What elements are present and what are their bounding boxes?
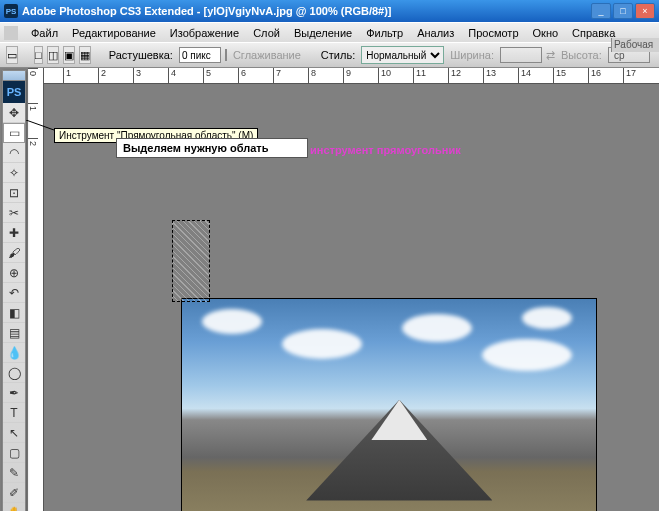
selection-add-icon[interactable]: ◫ [47, 46, 59, 64]
move-tool[interactable]: ✥ [3, 103, 25, 123]
minimize-button[interactable]: _ [591, 3, 611, 19]
document-image[interactable] [181, 298, 597, 511]
marquee-selection[interactable] [172, 220, 210, 302]
feather-label: Растушевка: [109, 49, 173, 61]
antialias-checkbox [225, 49, 227, 61]
hand-tool[interactable]: ✋ [3, 503, 25, 511]
menu-file[interactable]: Файл [24, 25, 65, 41]
toolbox: PS ✥ ▭ ◠ ✧ ⊡ ✂ ✚ 🖌 ⊕ ↶ ◧ ▤ 💧 ◯ ✒ T ↖ ▢ ✎… [2, 70, 26, 511]
workspace-label[interactable]: Рабочая ср [611, 38, 659, 52]
app-icon: PS [4, 4, 18, 18]
eraser-tool[interactable]: ◧ [3, 303, 25, 323]
pen-tool[interactable]: ✒ [3, 383, 25, 403]
width-input [500, 47, 542, 63]
notes-tool[interactable]: ✎ [3, 463, 25, 483]
menu-view[interactable]: Просмотр [461, 25, 525, 41]
dodge-tool[interactable]: ◯ [3, 363, 25, 383]
style-label: Стиль: [321, 49, 355, 61]
healing-tool[interactable]: ✚ [3, 223, 25, 243]
window-title: Adobe Photoshop CS3 Extended - [ylOjVgiy… [22, 5, 591, 17]
menu-bar: Файл Редактирование Изображение Слой Выд… [0, 22, 659, 42]
menu-window[interactable]: Окно [526, 25, 566, 41]
document-icon [4, 26, 18, 40]
eyedropper-tool[interactable]: ✐ [3, 483, 25, 503]
brush-tool[interactable]: 🖌 [3, 243, 25, 263]
slice-tool[interactable]: ✂ [3, 203, 25, 223]
menu-analysis[interactable]: Анализ [410, 25, 461, 41]
marquee-tool[interactable]: ▭ [3, 123, 25, 143]
menu-select[interactable]: Выделение [287, 25, 359, 41]
history-brush-tool[interactable]: ↶ [3, 283, 25, 303]
width-label: Ширина: [450, 49, 494, 61]
svg-line-0 [26, 120, 54, 130]
horizontal-ruler: 01234567891011121314151617 [28, 68, 659, 84]
vertical-ruler: 012 [28, 68, 44, 511]
selection-new-icon[interactable]: □ [34, 46, 43, 64]
toolbox-header[interactable] [3, 71, 25, 81]
wand-tool[interactable]: ✧ [3, 163, 25, 183]
type-tool[interactable]: T [3, 403, 25, 423]
selection-intersect-icon[interactable]: ▦ [79, 46, 91, 64]
window-titlebar: PS Adobe Photoshop CS3 Extended - [ylOjV… [0, 0, 659, 22]
menu-filter[interactable]: Фильтр [359, 25, 410, 41]
menu-image[interactable]: Изображение [163, 25, 246, 41]
crop-tool[interactable]: ⊡ [3, 183, 25, 203]
feather-input[interactable] [179, 47, 221, 63]
maximize-button[interactable]: □ [613, 3, 633, 19]
gradient-tool[interactable]: ▤ [3, 323, 25, 343]
close-button[interactable]: × [635, 3, 655, 19]
antialias-label: Сглаживание [233, 49, 301, 61]
height-label: Высота: [561, 49, 602, 61]
blur-tool[interactable]: 💧 [3, 343, 25, 363]
menu-edit[interactable]: Редактирование [65, 25, 163, 41]
marquee-preset-icon[interactable]: ▭ [6, 46, 18, 64]
tooltip-arrow [26, 120, 56, 132]
selection-subtract-icon[interactable]: ▣ [63, 46, 75, 64]
ps-badge-icon: PS [3, 81, 25, 103]
path-tool[interactable]: ↖ [3, 423, 25, 443]
menu-layer[interactable]: Слой [246, 25, 287, 41]
annotation-rectangle-tool: инструмент прямоугольник [310, 144, 461, 156]
lasso-tool[interactable]: ◠ [3, 143, 25, 163]
rectangle-tool[interactable]: ▢ [3, 443, 25, 463]
style-select[interactable]: Нормальный [361, 46, 444, 64]
annotation-select-area: Выделяем нужную облать [116, 138, 308, 158]
options-bar: ▭ □ ◫ ▣ ▦ Растушевка: Сглаживание Стиль:… [0, 42, 659, 68]
stamp-tool[interactable]: ⊕ [3, 263, 25, 283]
